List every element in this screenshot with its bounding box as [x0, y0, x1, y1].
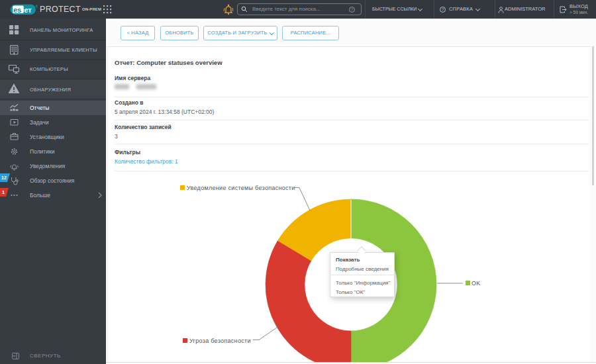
svg-text:eт: eт [24, 6, 32, 14]
svg-text:es: es [13, 6, 21, 14]
svg-text:®: ® [36, 5, 38, 9]
